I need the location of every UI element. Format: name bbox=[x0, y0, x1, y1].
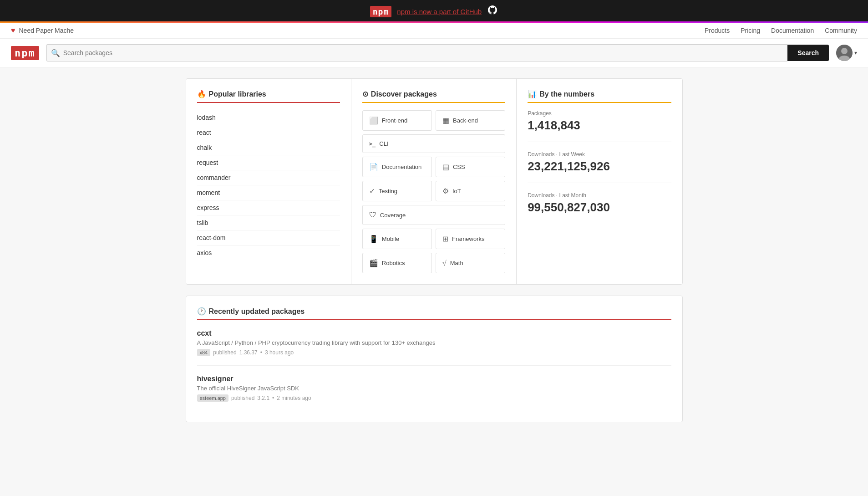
package-item-hivesigner: hivesigner The official HiveSigner JavaS… bbox=[197, 375, 671, 411]
github-link[interactable]: npm is now a part of GitHub bbox=[397, 8, 482, 15]
category-frontend[interactable]: ⬜ Front-end bbox=[362, 110, 432, 131]
header: npm 🔍 Search ▾ bbox=[0, 39, 868, 67]
nav-pricing[interactable]: Pricing bbox=[741, 27, 760, 34]
category-css[interactable]: ▤ CSS bbox=[436, 157, 505, 177]
package-name[interactable]: hivesigner bbox=[197, 375, 671, 383]
coverage-icon: 🛡 bbox=[369, 211, 376, 219]
popular-libraries-title: 🔥 Popular libraries bbox=[197, 90, 340, 98]
mobile-icon: 📱 bbox=[369, 235, 378, 243]
recent-divider bbox=[197, 319, 671, 320]
downloads-week-label: Downloads · Last Week bbox=[528, 151, 671, 158]
category-mobile[interactable]: 📱 Mobile bbox=[362, 229, 432, 249]
recently-updated-title: 🕐 Recently updated packages bbox=[197, 307, 671, 316]
css-icon: ▤ bbox=[442, 163, 449, 171]
user-avatar[interactable] bbox=[836, 45, 853, 61]
category-math[interactable]: √ Math bbox=[436, 253, 505, 273]
packages-grid: ⬜ Front-end ▦ Back-end >_ CLI 📄 Document… bbox=[362, 110, 505, 273]
frontend-icon: ⬜ bbox=[369, 116, 378, 125]
time-ago: 3 hours ago bbox=[265, 349, 294, 356]
category-iot[interactable]: ⚙ IoT bbox=[436, 181, 505, 201]
search-container: 🔍 Search bbox=[46, 44, 829, 61]
list-item[interactable]: lodash bbox=[197, 110, 340, 125]
package-meta: x84 published 1.36.37 • 3 hours ago bbox=[197, 349, 671, 356]
list-item[interactable]: tslib bbox=[197, 215, 340, 230]
category-robotics[interactable]: 🎬 Robotics bbox=[362, 253, 432, 273]
clock-icon: 🕐 bbox=[197, 307, 206, 316]
nav-community[interactable]: Community bbox=[825, 27, 857, 34]
list-item[interactable]: moment bbox=[197, 185, 340, 200]
backend-icon: ▦ bbox=[442, 116, 449, 125]
package-description: A JavaScript / Python / PHP cryptocurren… bbox=[197, 339, 671, 346]
separator: • bbox=[260, 349, 262, 356]
popular-libraries-section: 🔥 Popular libraries lodash react chalk r… bbox=[186, 79, 351, 284]
downloads-week-value: 23,221,125,926 bbox=[528, 159, 671, 174]
fire-icon: 🔥 bbox=[197, 90, 206, 98]
discover-packages-section: ⊙ Discover packages ⬜ Front-end ▦ Back-e… bbox=[351, 79, 517, 284]
testing-icon: ✓ bbox=[369, 187, 375, 195]
downloads-month-value: 99,550,827,030 bbox=[528, 200, 671, 215]
iot-icon: ⚙ bbox=[442, 187, 449, 195]
packages-label: Packages bbox=[528, 110, 671, 117]
sub-banner: ♥ Need Paper Mache Products Pricing Docu… bbox=[0, 23, 868, 39]
category-backend[interactable]: ▦ Back-end bbox=[436, 110, 505, 131]
popular-libraries-divider bbox=[197, 102, 340, 103]
math-icon: √ bbox=[442, 259, 447, 267]
version: 3.2.1 bbox=[257, 395, 269, 401]
nav-documentation[interactable]: Documentation bbox=[771, 27, 814, 34]
avatar-caret[interactable]: ▾ bbox=[854, 50, 857, 56]
documentation-icon: 📄 bbox=[369, 163, 378, 171]
published-label: published bbox=[213, 349, 236, 356]
packages-stat: Packages 1,418,843 bbox=[528, 110, 671, 142]
search-icon: ⊙ bbox=[362, 90, 368, 98]
by-the-numbers-section: 📊 By the numbers Packages 1,418,843 Down… bbox=[517, 79, 682, 284]
svg-point-1 bbox=[841, 48, 848, 54]
downloads-week-stat: Downloads · Last Week 23,221,125,926 bbox=[528, 151, 671, 183]
npm-logo: npm bbox=[11, 46, 39, 60]
chart-icon: 📊 bbox=[528, 90, 537, 98]
list-item[interactable]: express bbox=[197, 200, 340, 215]
published-label: published bbox=[231, 395, 254, 401]
main-nav: Products Pricing Documentation Community bbox=[705, 27, 857, 34]
recently-updated-section: 🕐 Recently updated packages ccxt A JavaS… bbox=[186, 296, 683, 422]
search-button[interactable]: Search bbox=[787, 45, 829, 61]
list-item[interactable]: react bbox=[197, 125, 340, 140]
category-cli[interactable]: >_ CLI bbox=[362, 134, 505, 153]
numbers-divider bbox=[528, 102, 671, 103]
separator: • bbox=[272, 395, 274, 401]
by-the-numbers-title: 📊 By the numbers bbox=[528, 90, 671, 98]
version: 1.36.37 bbox=[239, 349, 258, 356]
category-documentation[interactable]: 📄 Documentation bbox=[362, 157, 432, 177]
list-item[interactable]: chalk bbox=[197, 140, 340, 155]
list-item[interactable]: commander bbox=[197, 170, 340, 185]
discover-packages-title: ⊙ Discover packages bbox=[362, 90, 505, 98]
category-coverage[interactable]: 🛡 Coverage bbox=[362, 205, 505, 225]
category-frameworks[interactable]: ⊞ Frameworks bbox=[436, 229, 505, 249]
publisher-badge: x84 bbox=[197, 349, 211, 356]
packages-value: 1,418,843 bbox=[528, 118, 671, 133]
list-item[interactable]: react-dom bbox=[197, 230, 340, 245]
list-item[interactable]: axios bbox=[197, 245, 340, 260]
npm-logo-banner: npm bbox=[370, 6, 392, 17]
sub-banner-promo: ♥ Need Paper Mache bbox=[11, 26, 74, 35]
publisher-badge: esteem.app bbox=[197, 394, 228, 402]
promo-text: Need Paper Mache bbox=[19, 27, 74, 34]
nav-products[interactable]: Products bbox=[705, 27, 730, 34]
package-item-ccxt: ccxt A JavaScript / Python / PHP cryptoc… bbox=[197, 329, 671, 366]
downloads-month-stat: Downloads · Last Month 99,550,827,030 bbox=[528, 192, 671, 224]
package-description: The official HiveSigner JavaScript SDK bbox=[197, 385, 671, 392]
top-banner: npm npm is now a part of GitHub bbox=[0, 0, 868, 23]
frameworks-icon: ⊞ bbox=[442, 235, 448, 243]
main-content: 🔥 Popular libraries lodash react chalk r… bbox=[175, 78, 694, 422]
robotics-icon: 🎬 bbox=[369, 259, 378, 267]
discover-divider bbox=[362, 102, 505, 103]
card-grid: 🔥 Popular libraries lodash react chalk r… bbox=[186, 78, 683, 285]
heart-icon: ♥ bbox=[11, 26, 15, 35]
package-meta: esteem.app published 3.2.1 • 2 minutes a… bbox=[197, 394, 671, 402]
category-testing[interactable]: ✓ Testing bbox=[362, 181, 432, 201]
list-item[interactable]: request bbox=[197, 155, 340, 170]
time-ago: 2 minutes ago bbox=[277, 395, 311, 401]
cli-icon: >_ bbox=[369, 141, 376, 147]
package-name[interactable]: ccxt bbox=[197, 329, 671, 337]
popular-libraries-list: lodash react chalk request commander mom… bbox=[197, 110, 340, 260]
search-input[interactable] bbox=[46, 44, 788, 61]
